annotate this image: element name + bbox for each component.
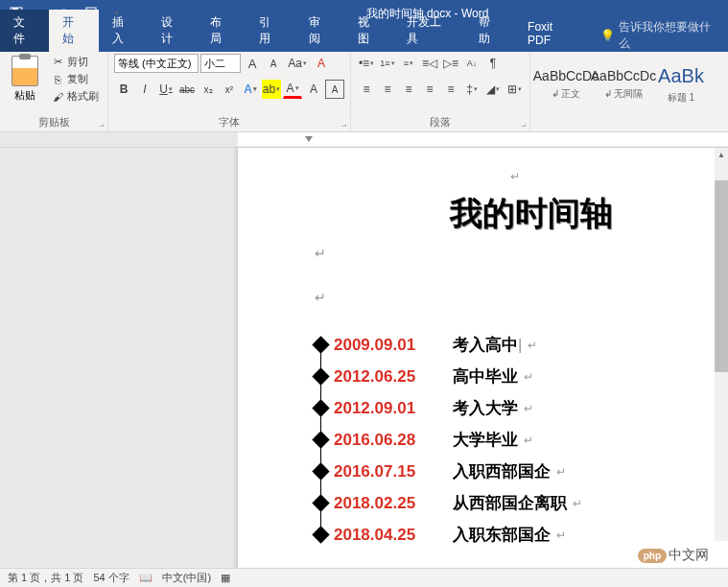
page-indicator[interactable]: 第 1 页，共 1 页 bbox=[8, 571, 83, 585]
word-count[interactable]: 54 个字 bbox=[93, 571, 129, 585]
watermark-badge: php bbox=[638, 549, 667, 563]
pilcrow-icon: ↵ bbox=[556, 465, 566, 479]
timeline-event: 考入大学 bbox=[453, 397, 518, 419]
diamond-bullet-icon bbox=[312, 494, 329, 511]
styles-group: AaBbCcDc ↲ 正文 AaBbCcDc ↲ 无间隔 AaBk 标题 1 bbox=[530, 52, 728, 131]
numbering-button[interactable]: 1≡ bbox=[378, 54, 397, 73]
document-title: 我的时间轴 bbox=[353, 192, 709, 236]
pilcrow-icon: ↵ bbox=[524, 370, 533, 384]
tab-references[interactable]: 引用 bbox=[246, 10, 294, 52]
timeline-event: 从西部国企离职 bbox=[453, 492, 567, 514]
timeline-event: 高中毕业 bbox=[453, 365, 518, 387]
timeline-date: 2012.09.01 bbox=[334, 399, 439, 418]
change-case-button[interactable]: Aa bbox=[285, 54, 310, 73]
language-indicator[interactable]: 中文(中国) bbox=[162, 571, 211, 585]
grow-font-button[interactable]: A bbox=[243, 54, 262, 73]
clipboard-group: 粘贴 ✂剪切 ⎘复制 🖌格式刷 剪贴板 bbox=[0, 52, 108, 131]
macro-icon[interactable]: ▦ bbox=[221, 572, 230, 584]
copy-icon: ⎘ bbox=[51, 73, 64, 86]
scroll-thumb[interactable] bbox=[715, 180, 728, 372]
subscript-button[interactable]: x₂ bbox=[199, 80, 218, 99]
tab-layout[interactable]: 布局 bbox=[197, 10, 246, 52]
timeline-event: 考入高中| bbox=[453, 334, 522, 356]
borders-button[interactable]: ⊞ bbox=[505, 80, 524, 99]
copy-button[interactable]: ⎘复制 bbox=[48, 71, 102, 87]
highlight-button[interactable]: ab bbox=[262, 80, 281, 99]
tab-developer[interactable]: 开发工具 bbox=[393, 10, 465, 52]
diamond-bullet-icon bbox=[312, 431, 329, 448]
clipboard-label: 剪贴板 bbox=[6, 115, 102, 131]
diamond-bullet-icon bbox=[312, 336, 329, 353]
tab-foxit[interactable]: Foxit PDF bbox=[514, 15, 591, 52]
align-right-button[interactable]: ≡ bbox=[399, 80, 418, 99]
format-painter-button[interactable]: 🖌格式刷 bbox=[48, 88, 102, 105]
multilevel-button[interactable]: ≡ bbox=[399, 54, 418, 73]
style-normal[interactable]: AaBbCcDc ↲ 正文 bbox=[538, 58, 594, 111]
page[interactable]: ↵ 我的时间轴 ↵ ↵ 2009.09.01 考入高中| ↵ 2012.06.2… bbox=[238, 148, 728, 575]
timeline-item: 2012.06.25 高中毕业 ↵ bbox=[324, 365, 709, 387]
paragraph-group: •≡ 1≡ ≡ ≡◁ ▷≡ A↓ ¶ ≡ ≡ ≡ ≡ ≡ ‡ ◢ ⊞ 段落 bbox=[351, 52, 530, 131]
style-nospace[interactable]: AaBbCcDc ↲ 无间隔 bbox=[596, 58, 651, 111]
pilcrow-icon: ↵ bbox=[524, 434, 533, 447]
tab-home[interactable]: 开始 bbox=[49, 10, 98, 52]
scroll-up-button[interactable]: ▲ bbox=[715, 148, 728, 161]
cut-button[interactable]: ✂剪切 bbox=[48, 54, 102, 70]
tab-help[interactable]: 帮助 bbox=[465, 10, 514, 52]
char-border-button[interactable]: A bbox=[325, 80, 344, 99]
align-left-button[interactable]: ≡ bbox=[357, 80, 376, 99]
diamond-bullet-icon bbox=[312, 462, 329, 480]
paste-button[interactable]: 粘贴 bbox=[6, 54, 44, 105]
font-name-select[interactable] bbox=[114, 54, 199, 73]
paragraph-label: 段落 bbox=[357, 115, 524, 131]
pilcrow-icon: ↵ bbox=[528, 339, 537, 352]
timeline-date: 2009.09.01 bbox=[334, 336, 439, 355]
scissors-icon: ✂ bbox=[51, 56, 64, 69]
left-margin bbox=[0, 148, 238, 575]
diamond-bullet-icon bbox=[312, 399, 329, 416]
timeline-date: 2012.06.25 bbox=[334, 367, 439, 387]
horizontal-ruler[interactable] bbox=[0, 132, 728, 148]
clear-format-button[interactable]: A bbox=[312, 54, 331, 73]
ribbon: 粘贴 ✂剪切 ⎘复制 🖌格式刷 剪贴板 A A Aa A B I U bbox=[0, 52, 728, 132]
bullets-button[interactable]: •≡ bbox=[357, 54, 376, 73]
strike-button[interactable]: abc bbox=[177, 80, 197, 99]
show-marks-button[interactable]: ¶ bbox=[483, 54, 503, 73]
line-spacing-button[interactable]: ‡ bbox=[462, 80, 481, 99]
tab-design[interactable]: 设计 bbox=[148, 10, 197, 52]
pilcrow-icon: ↵ bbox=[510, 170, 520, 183]
dedent-button[interactable]: ≡◁ bbox=[420, 54, 439, 73]
spell-check-icon[interactable]: 📖 bbox=[139, 572, 153, 584]
vertical-scrollbar[interactable]: ▲ bbox=[715, 148, 728, 541]
pilcrow-icon: ↵ bbox=[573, 497, 582, 510]
sort-button[interactable]: A↓ bbox=[462, 54, 481, 73]
bold-button[interactable]: B bbox=[114, 80, 133, 99]
italic-button[interactable]: I bbox=[135, 80, 154, 99]
phonetic-button[interactable]: A bbox=[304, 80, 323, 99]
distribute-button[interactable]: ≡ bbox=[441, 80, 460, 99]
tab-review[interactable]: 审阅 bbox=[295, 10, 344, 52]
indent-button[interactable]: ▷≡ bbox=[441, 54, 460, 73]
timeline-event: 入职西部国企 bbox=[453, 460, 551, 482]
superscript-button[interactable]: x² bbox=[220, 80, 239, 99]
align-center-button[interactable]: ≡ bbox=[378, 80, 397, 99]
text-effects-button[interactable]: A bbox=[241, 80, 260, 99]
style-heading1[interactable]: AaBk 标题 1 bbox=[653, 58, 709, 111]
pilcrow-icon: ↵ bbox=[315, 290, 709, 305]
timeline-item: 2016.07.15 入职西部国企 ↵ bbox=[324, 460, 709, 482]
font-size-select[interactable] bbox=[200, 54, 241, 73]
ribbon-tabs: 文件 开始 插入 设计 布局 引用 审阅 视图 开发工具 帮助 Foxit PD… bbox=[0, 27, 728, 52]
underline-button[interactable]: U bbox=[156, 80, 176, 99]
tab-view[interactable]: 视图 bbox=[344, 10, 393, 52]
pilcrow-icon: ↵ bbox=[524, 402, 533, 415]
justify-button[interactable]: ≡ bbox=[420, 80, 439, 99]
timeline-item: 2018.02.25 从西部国企离职 ↵ bbox=[324, 492, 709, 514]
tell-me-search[interactable]: 💡 告诉我你想要做什么 bbox=[591, 19, 728, 52]
watermark-text: 中文网 bbox=[669, 547, 709, 564]
shrink-font-button[interactable]: A bbox=[264, 54, 283, 73]
timeline-event: 入职东部国企 bbox=[453, 524, 551, 546]
timeline-list: 2009.09.01 考入高中| ↵ 2012.06.25 高中毕业 ↵ 201… bbox=[315, 334, 709, 546]
tab-insert[interactable]: 插入 bbox=[99, 10, 148, 52]
tab-file[interactable]: 文件 bbox=[0, 10, 49, 52]
font-color-button[interactable]: A bbox=[283, 80, 302, 99]
shading-button[interactable]: ◢ bbox=[483, 80, 503, 99]
